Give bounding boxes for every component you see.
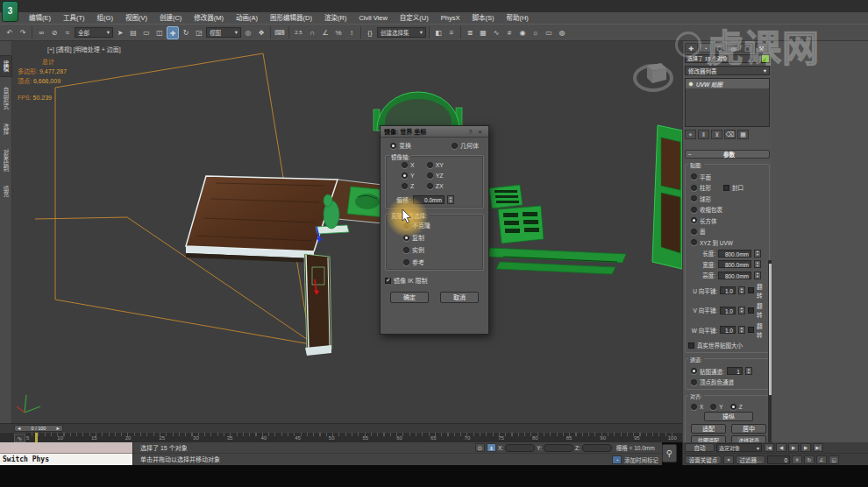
add-time-tag-label[interactable]: 添加时间标记 [624, 455, 658, 464]
menu-item-6[interactable]: 修改器(M) [188, 12, 230, 24]
mirror-frame-object[interactable] [652, 125, 682, 269]
snaps-magnet-icon[interactable]: ∩ [306, 26, 318, 39]
real-world-checkbox[interactable] [688, 342, 694, 349]
time-slider-handle[interactable]: ◄ 0 / 100 ► [14, 425, 63, 432]
key-filters-icon[interactable]: ✦ [723, 455, 734, 464]
radio-no-clone[interactable]: 不克隆 [403, 221, 480, 229]
radio-align-y[interactable]: Y [710, 404, 722, 410]
viewport-label[interactable]: [+] [透视] [明暗处理 + 边面] [47, 45, 121, 53]
length-field[interactable]: 800.0mm [718, 250, 751, 258]
width-spinner[interactable]: ▴▾ [754, 260, 761, 268]
pin-stack-icon[interactable]: ⌖ [685, 130, 696, 139]
radio-instance[interactable]: 实例 [403, 245, 480, 254]
ribbon-tab-4[interactable]: 对象绘制 [0, 145, 11, 176]
absolute-mode-icon[interactable]: ± [487, 443, 496, 452]
radio-planar[interactable]: 平面 [691, 173, 766, 181]
menu-item-5[interactable]: 创建(C) [153, 12, 188, 24]
menu-item-4[interactable]: 视图(V) [119, 12, 153, 24]
menu-item-10[interactable]: Civil View [352, 12, 393, 24]
select-object-button[interactable]: ➤ [114, 26, 126, 39]
make-unique-icon[interactable]: ⊻ [711, 130, 722, 139]
mirror-dialog-titlebar[interactable]: 镜像: 世界 坐标 ? × [381, 126, 488, 138]
v-tile-spinner[interactable]: ▴▾ [738, 307, 745, 314]
auto-key-button[interactable]: 自动 [685, 443, 715, 452]
go-to-end-button[interactable]: ▶| [813, 443, 823, 452]
tab-motion-icon[interactable]: ◎ [727, 43, 740, 53]
radio-xyz-to-uvw[interactable]: XYZ 到 UVW [691, 238, 766, 247]
fit-button[interactable]: 适配 [691, 424, 726, 434]
x-coordinate-field[interactable] [505, 444, 535, 452]
schematic-view-button[interactable]: # [503, 26, 516, 39]
go-to-start-button[interactable]: |◀ [764, 443, 774, 452]
object-color-swatch[interactable] [761, 54, 770, 63]
menu-item-8[interactable]: 图形编辑器(D) [264, 12, 318, 24]
lightbulb-icon[interactable] [688, 81, 694, 87]
u-tile-field[interactable]: 1.0 [720, 286, 736, 294]
radio-reference[interactable]: 参考 [403, 258, 480, 266]
key-selection-dropdown[interactable]: 选定对象▾ [716, 443, 762, 452]
mirror-dialog[interactable]: 镜像: 世界 坐标 ? × 变换 几何体 镜像轴: X Y Z XY YZ ZX [380, 125, 489, 335]
tab-hierarchy-icon[interactable]: ⬡ [713, 43, 726, 53]
menu-item-3[interactable]: 组(G) [91, 12, 119, 24]
next-frame-icon[interactable]: ► [56, 426, 60, 432]
angle-snap-button[interactable]: ∠ [319, 26, 331, 39]
ok-button[interactable]: 确定 [390, 292, 429, 303]
listener-macro-row[interactable] [0, 442, 132, 454]
radio-shrinkwrap[interactable]: 收缩包裹 [691, 205, 766, 214]
application-menu-button[interactable]: 3 [2, 1, 18, 22]
ribbon-tab-2[interactable]: 自由形式 [0, 82, 11, 114]
offset-field[interactable]: 0.0mm [413, 195, 445, 204]
set-key-button[interactable]: 设置关键点 [685, 455, 722, 464]
render-setup-button[interactable]: ☼ [530, 26, 542, 39]
maxscript-mini-listener[interactable]: Switch Phys [0, 442, 133, 465]
ribbon-tab-5[interactable]: 填充 [0, 181, 11, 201]
object-name-field[interactable]: 选择了 15 个对象 [685, 54, 759, 63]
map-channel-field[interactable]: 1 [727, 367, 743, 375]
field-of-view-button[interactable]: ∠ [816, 455, 827, 464]
height-spinner[interactable]: ▴▾ [754, 272, 761, 279]
radio-spherical[interactable]: 球形 [691, 194, 766, 203]
radio-face[interactable]: 面 [691, 227, 766, 236]
render-production-button[interactable]: ◍ [556, 26, 568, 39]
panel-scrollbar[interactable] [768, 260, 772, 442]
stack-item-uvw-map[interactable]: UVW 贴图 [686, 79, 769, 88]
rendered-frame-window-button[interactable]: ▭ [543, 26, 555, 39]
current-time-field[interactable]: 0 [767, 455, 790, 464]
radio-axis-zx[interactable]: ZX [427, 183, 444, 189]
map-channel-spinner[interactable]: ▴▾ [745, 367, 752, 375]
radio-copy[interactable]: 复制 [403, 233, 480, 242]
previous-frame-button[interactable]: ◀ [776, 443, 786, 452]
radio-align-x[interactable]: X [691, 404, 703, 410]
tab-create-icon[interactable]: ✚ [685, 43, 698, 53]
remove-modifier-icon[interactable]: ⌫ [724, 130, 736, 139]
bind-to-space-warp-button[interactable]: ≈ [61, 26, 74, 39]
snaps-toggle-button[interactable]: 2.5 [292, 26, 305, 39]
w-flip-checkbox[interactable] [748, 327, 754, 333]
y-coordinate-field[interactable] [544, 444, 573, 452]
mirror-ik-checkbox[interactable] [385, 278, 391, 284]
filters-button[interactable]: 过滤器... [736, 455, 765, 464]
next-frame-button[interactable]: ▶ [800, 443, 811, 452]
menu-item-2[interactable]: 工具(T) [57, 12, 91, 24]
radio-axis-y[interactable]: Y [402, 173, 415, 179]
prev-frame-icon[interactable]: ◄ [17, 426, 21, 432]
selection-lock-icon[interactable]: ⊙ [475, 443, 485, 452]
listener-script-row[interactable]: Switch Phys [0, 454, 132, 465]
w-tile-field[interactable]: 1.0 [720, 326, 736, 334]
material-editor-button[interactable]: ◉ [516, 26, 529, 39]
bitmap-fit-button[interactable]: 位图适配 [691, 435, 726, 442]
radio-vertex-channel[interactable]: 顶点颜色通道 [691, 378, 766, 386]
radio-axis-x[interactable]: X [402, 162, 415, 168]
select-and-rotate-button[interactable]: ↻ [180, 26, 192, 39]
pan-view-button[interactable]: ✛ [792, 455, 802, 464]
menu-item-12[interactable]: PhysX [435, 12, 466, 24]
unlink-selection-button[interactable]: ⊘ [48, 26, 60, 39]
v-flip-checkbox[interactable] [748, 307, 754, 314]
tab-display-icon[interactable]: ▢ [741, 43, 754, 53]
menu-item-14[interactable]: 帮助(H) [500, 12, 534, 24]
radio-box[interactable]: 长方体 [691, 216, 766, 225]
ribbon-tab-1[interactable]: 建模 [0, 55, 12, 77]
menu-item-11[interactable]: 自定义(U) [394, 12, 435, 24]
mini-curve-editor-icon[interactable]: ∿ [14, 434, 25, 442]
mirror-button[interactable]: ◧ [432, 26, 445, 39]
